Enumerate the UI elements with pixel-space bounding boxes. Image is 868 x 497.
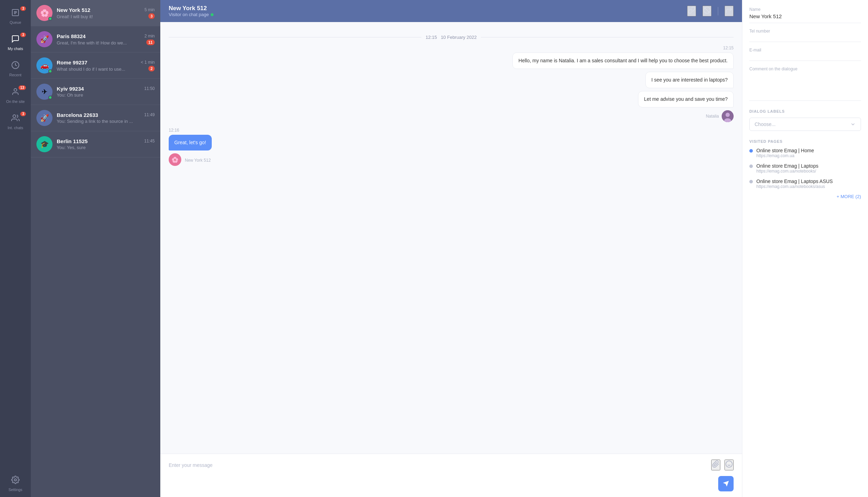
chat-time-5: 11:49 — [144, 112, 155, 117]
chat-item-3[interactable]: 🚗 Rome 99237 < 1 min What should I do if… — [31, 52, 160, 79]
more-pages-button[interactable]: + MORE (2) — [749, 194, 861, 199]
svg-line-9 — [705, 8, 709, 13]
vp3-info: Online store Emag | Laptops ASUS https:/… — [756, 178, 833, 189]
nav-my-chats[interactable]: 3 My chats — [0, 30, 31, 56]
forward-button[interactable] — [724, 6, 734, 16]
queue-badge: 3 — [20, 6, 26, 11]
chat-info-1: New York 512 5 min Great! I will buy it!… — [57, 7, 155, 19]
chat-item-5[interactable]: 🚀 Barcelona 22633 11:49 You: Sending a l… — [31, 105, 160, 131]
block-button[interactable] — [702, 6, 712, 16]
queue-icon — [11, 8, 20, 19]
dialog-labels-placeholder: Choose... — [755, 121, 776, 127]
chat-header-actions — [687, 6, 734, 16]
agent-bubble-3: Let me advise you and save you time? — [638, 91, 734, 107]
online-dot-3 — [48, 69, 52, 73]
vp2-dot — [749, 164, 753, 168]
comment-input[interactable] — [749, 73, 861, 101]
avatar-3: 🚗 — [36, 57, 52, 74]
chat-preview-2: Great, I'm fine with it! How do we... — [57, 40, 127, 46]
agent-name-label: Natalia — [169, 110, 734, 122]
chat-time-6: 11:45 — [144, 139, 155, 144]
tel-input[interactable] — [749, 35, 861, 42]
vp1-dot — [749, 149, 753, 153]
my-chats-icon — [11, 35, 20, 45]
vp3-title: Online store Emag | Laptops ASUS — [756, 178, 833, 184]
send-button[interactable] — [718, 476, 734, 491]
my-chats-badge: 3 — [20, 33, 26, 37]
avatar-4: ✈ — [36, 84, 52, 100]
visited-pages-title: VISITED PAGES — [749, 139, 861, 144]
agent-timestamp: 12:15 — [169, 46, 734, 50]
nav-queue[interactable]: 3 Queue — [0, 4, 31, 30]
agent-msg-row-2: I see you are interested in laptops? — [169, 72, 734, 88]
chat-info-2: Paris 88324 2 min Great, I'm fine with i… — [57, 33, 155, 46]
agent-msg-row-3: Let me advise you and save you time? — [169, 91, 734, 107]
input-row — [169, 460, 734, 470]
dialog-labels-select[interactable]: Choose... — [749, 118, 861, 131]
settings-icon — [11, 476, 20, 486]
link-button[interactable] — [687, 6, 696, 16]
recent-label: Recent — [9, 73, 22, 77]
date-line-right — [481, 37, 734, 37]
visitor-message-group: 12:16 Great, let's go! 🌸 New York 512 — [169, 128, 734, 166]
chat-item-1[interactable]: 🌸 New York 512 5 min Great! I will buy i… — [31, 0, 160, 26]
visitor-bubble-1: Great, let's go! — [169, 135, 212, 150]
header-divider — [718, 7, 718, 15]
my-chats-label: My chats — [8, 47, 23, 51]
visited-page-2: Online store Emag | Laptops https://emag… — [749, 163, 861, 174]
chat-item-2[interactable]: 🚀 Paris 88324 2 min Great, I'm fine with… — [31, 26, 160, 52]
nav-settings[interactable]: Settings — [0, 471, 31, 497]
svg-point-5 — [14, 89, 17, 91]
vp1-title: Online store Emag | Home — [756, 148, 814, 153]
chat-item-4[interactable]: ✈ Kyiv 99234 11:50 You: Oh sure — [31, 79, 160, 105]
online-dot-1 — [48, 17, 52, 21]
int-chats-badge: 3 — [20, 112, 26, 116]
email-input[interactable] — [749, 54, 861, 61]
visited-page-3: Online store Emag | Laptops ASUS https:/… — [749, 178, 861, 189]
chat-time-3: < 1 min — [141, 60, 155, 65]
visitor-chat-avatar: 🌸 — [169, 153, 181, 166]
dialog-labels-title: DIALOG LABELS — [749, 109, 861, 113]
message-input[interactable] — [169, 461, 707, 469]
date-separator: 12:15 10 February 2022 — [169, 35, 734, 40]
chat-preview-5: You: Sending a link to the source in ... — [57, 119, 133, 124]
visited-pages-list: Online store Emag | Home https://emag.co… — [749, 148, 861, 189]
on-site-badge: 13 — [19, 85, 26, 90]
chat-preview-6: You: Yes, sure — [57, 145, 86, 150]
message-input-area — [160, 454, 742, 497]
chat-name-3: Rome 99237 — [57, 59, 88, 65]
chat-info-5: Barcelona 22633 11:49 You: Sending a lin… — [57, 112, 155, 124]
chat-name-4: Kyiv 99234 — [57, 86, 84, 92]
messages-area: 12:15 10 February 2022 12:15 Hello, my n… — [160, 22, 742, 454]
emoji-button[interactable] — [724, 460, 734, 470]
nav-on-the-site[interactable]: 13 On the site — [0, 83, 31, 109]
agent-avatar — [722, 110, 734, 122]
chat-name-2: Paris 88324 — [57, 33, 86, 39]
attach-button[interactable] — [711, 460, 720, 470]
nav-int-chats[interactable]: 3 Int. chats — [0, 109, 31, 135]
chat-preview-1: Great! I will buy it! — [57, 14, 93, 19]
icon-nav: 3 Queue 3 My chats Recent 13 On the site… — [0, 0, 31, 497]
date-line-left — [169, 37, 421, 37]
agent-message-group: 12:15 Hello, my name is Natalia. I am a … — [169, 46, 734, 122]
chat-info-6: Berlin 11525 11:45 You: Yes, sure — [57, 138, 155, 150]
visitor-timestamp: 12:16 — [169, 128, 734, 133]
avatar-2: 🚀 — [36, 31, 52, 47]
queue-label: Queue — [9, 20, 21, 25]
chat-item-6[interactable]: 🎓 Berlin 11525 11:45 You: Yes, sure — [31, 131, 160, 158]
vp2-url: https://emag.com.ua/notebooks/ — [756, 169, 818, 174]
chat-info-4: Kyiv 99234 11:50 You: Oh sure — [57, 86, 155, 98]
visitor-msg-row-1: Great, let's go! — [169, 135, 734, 150]
online-dot-4 — [48, 96, 52, 99]
comment-label: Comment on the dialogue — [749, 66, 861, 71]
vp2-info: Online store Emag | Laptops https://emag… — [756, 163, 818, 174]
chat-name-6: Berlin 11525 — [57, 138, 88, 144]
chat-status-text: Visitor on chat page — [169, 12, 209, 17]
email-label: E-mail — [749, 48, 861, 52]
right-panel: Name New York 512 Tel number E-mail Comm… — [742, 0, 868, 497]
chat-name-5: Barcelona 22633 — [57, 112, 98, 118]
agent-bubble-1: Hello, my name is Natalia. I am a sales … — [512, 52, 734, 69]
status-online-dot — [211, 13, 214, 16]
nav-recent[interactable]: Recent — [0, 56, 31, 82]
int-chats-label: Int. chats — [8, 126, 23, 130]
